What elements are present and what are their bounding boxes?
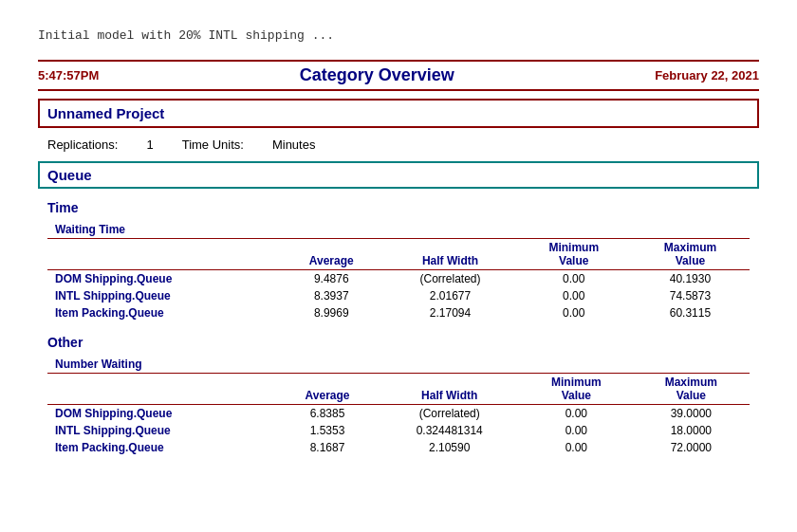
project-name: Unnamed Project: [47, 105, 750, 121]
empty-col2: [47, 374, 276, 405]
row-label: DOM Shipping.Queue: [47, 270, 279, 288]
row-average: 9.4876: [279, 270, 383, 288]
halfwidth-header: Half Width: [383, 239, 516, 270]
row-halfwidth: 0.324481314: [379, 422, 520, 439]
waiting-time-col-header: Waiting Time: [47, 221, 279, 239]
row-max: 60.3115: [631, 304, 750, 321]
other-subsection-title: Other: [47, 335, 759, 350]
row-label: INTL Shipping.Queue: [47, 287, 279, 304]
row-label: Item Packing.Queue: [47, 304, 279, 321]
row-min: 0.00: [517, 287, 631, 304]
row-max: 39.0000: [633, 405, 750, 423]
waiting-time-table: Waiting Time Average Half Width MinimumV…: [47, 221, 750, 321]
row-average: 8.3937: [279, 287, 383, 304]
waiting-time-table-container: Waiting Time Average Half Width MinimumV…: [38, 221, 759, 321]
time-units-value: Minutes: [272, 138, 316, 152]
row-average: 8.9969: [279, 304, 383, 321]
number-waiting-table-container: Number Waiting Average Half Width Minimu…: [38, 356, 759, 456]
row-halfwidth: 2.17094: [383, 304, 516, 321]
meta-row: Replications: 1 Time Units: Minutes: [38, 138, 759, 152]
number-waiting-col-header: Number Waiting: [47, 356, 276, 374]
row-label: INTL Shipping.Queue: [47, 422, 276, 439]
report-time: 5:47:57PM: [38, 68, 99, 83]
col-min-header2: [520, 356, 633, 374]
number-waiting-table: Number Waiting Average Half Width Minimu…: [47, 356, 750, 456]
row-min: 0.00: [517, 304, 631, 321]
empty-col: [47, 239, 279, 270]
report-date: February 22, 2021: [655, 68, 759, 83]
min-value-header: MinimumValue: [517, 239, 631, 270]
project-box: Unnamed Project: [38, 99, 759, 128]
col-halfwidth-header: [383, 221, 516, 239]
table-row: INTL Shipping.Queue 1.5353 0.324481314 0…: [47, 422, 750, 439]
report-title: Category Overview: [99, 65, 655, 85]
average-header: Average: [279, 239, 383, 270]
row-max: 40.1930: [631, 270, 750, 288]
col-average-header2: [276, 356, 380, 374]
replications-value: 1: [146, 138, 153, 152]
report-header: 5:47:57PM Category Overview February 22,…: [38, 60, 759, 91]
table-row: Item Packing.Queue 8.1687 2.10590 0.00 7…: [47, 439, 750, 456]
row-halfwidth: 2.01677: [383, 287, 516, 304]
row-halfwidth: (Correlated): [383, 270, 516, 288]
row-max: 18.0000: [633, 422, 750, 439]
time-subsection-title: Time: [47, 200, 759, 215]
row-halfwidth: 2.10590: [379, 439, 520, 456]
row-min: 0.00: [520, 405, 633, 423]
row-label: Item Packing.Queue: [47, 439, 276, 456]
col-max-header2: [633, 356, 750, 374]
average-header2: Average: [276, 374, 380, 405]
intro-text: Initial model with 20% INTL shipping ...: [38, 28, 759, 43]
row-min: 0.00: [517, 270, 631, 288]
time-units-label: Time Units:: [182, 138, 244, 152]
col-max-header: [631, 221, 750, 239]
col-average-header: [279, 221, 383, 239]
col-min-header: [517, 221, 631, 239]
row-label: DOM Shipping.Queue: [47, 405, 276, 423]
row-max: 74.5873: [631, 287, 750, 304]
row-average: 6.8385: [276, 405, 380, 423]
row-min: 0.00: [520, 439, 633, 456]
table-row: Item Packing.Queue 8.9969 2.17094 0.00 6…: [47, 304, 750, 321]
max-value-header: MaximumValue: [631, 239, 750, 270]
halfwidth-header2: Half Width: [379, 374, 520, 405]
max-value-header2: MaximumValue: [633, 374, 750, 405]
col-halfwidth-header2: [379, 356, 520, 374]
table-row: DOM Shipping.Queue 6.8385 (Correlated) 0…: [47, 405, 750, 423]
queue-section-box: Queue: [38, 161, 759, 189]
table-row: INTL Shipping.Queue 8.3937 2.01677 0.00 …: [47, 287, 750, 304]
min-value-header2: MinimumValue: [520, 374, 633, 405]
replications-label: Replications:: [47, 138, 118, 152]
queue-section-title: Queue: [47, 167, 750, 183]
row-min: 0.00: [520, 422, 633, 439]
row-max: 72.0000: [633, 439, 750, 456]
table-row: DOM Shipping.Queue 9.4876 (Correlated) 0…: [47, 270, 750, 288]
row-average: 8.1687: [276, 439, 380, 456]
row-halfwidth: (Correlated): [379, 405, 520, 423]
row-average: 1.5353: [276, 422, 380, 439]
